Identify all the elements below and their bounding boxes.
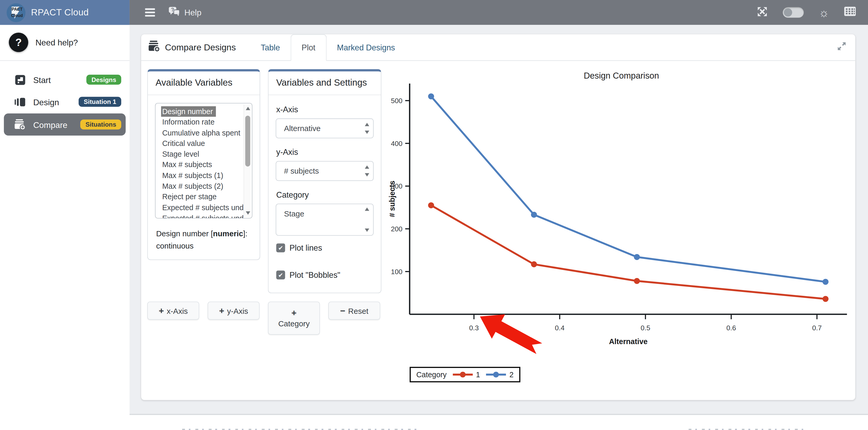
left-controls-group: Available Variables Design numberInforma… [147, 69, 381, 335]
legend-line-red [452, 371, 473, 378]
help-button[interactable]: ? Help [168, 6, 202, 18]
checkbox-checked-icon[interactable]: ✔ [276, 270, 285, 279]
available-variables-title: Available Variables [148, 71, 260, 95]
series-line [431, 205, 826, 299]
data-point [634, 278, 640, 284]
tab-table[interactable]: Table [250, 34, 290, 60]
variable-list-item[interactable]: Reject per stage [159, 192, 244, 202]
series-line [431, 96, 826, 282]
data-point [634, 254, 640, 260]
variables-settings-title: Variables and Settings [269, 71, 381, 95]
plot-lines-label: Plot lines [289, 243, 322, 252]
need-help-row[interactable]: ? Need help? [0, 25, 130, 60]
legend-entry-1: 1 [452, 370, 480, 379]
sidebar-item-compare[interactable]: Compare Situations [4, 113, 126, 135]
y-axis-select[interactable]: # subjects [276, 161, 374, 181]
x-tick-label: 0.3 [469, 324, 479, 332]
data-point [823, 279, 829, 285]
listbox-scrollbar[interactable] [243, 105, 251, 217]
x-axis-title: Alternative [609, 337, 648, 346]
chart-title: Design Comparison [388, 71, 855, 81]
scrollbar-thumb[interactable] [245, 115, 250, 167]
legend-title: Category [416, 370, 447, 379]
sidebar-nav: Start Designs Design Situation 1 [0, 69, 130, 136]
sun-theme-icon[interactable]: ☼ [818, 6, 829, 18]
variable-list-item[interactable]: Expected # subjects under H0 [159, 213, 244, 218]
add-category-button[interactable]: +Category [268, 302, 320, 335]
compare-icon [14, 119, 25, 130]
variable-list-item[interactable]: Max # subjects (1) [159, 170, 244, 181]
variable-list-item[interactable]: Cumulative alpha spent [159, 128, 244, 138]
move-arrows-icon[interactable] [756, 6, 768, 19]
category-value: Stage [284, 209, 304, 218]
plus-icon: + [291, 308, 297, 318]
page-footer [130, 414, 868, 430]
plus-icon: + [219, 306, 224, 316]
variable-list-item[interactable]: Expected # subjects under H1 [159, 202, 244, 213]
spin-up-icon[interactable] [364, 123, 370, 126]
theme-toggle-switch[interactable] [783, 7, 804, 18]
y-axis-value: # subjects [284, 167, 319, 175]
plot-lines-checkbox-row[interactable]: ✔ Plot lines [276, 243, 374, 252]
y-tick-label: 100 [391, 268, 402, 276]
sidebar-header: PACT Cloud RPACT Cloud [0, 0, 130, 25]
compare-designs-card: Compare Designs Table Plot Marked Design… [141, 34, 855, 400]
plot-bobbles-checkbox-row[interactable]: ✔ Plot "Bobbles" [276, 270, 374, 279]
variable-list-item[interactable]: Max # subjects [159, 160, 244, 170]
sidebar-item-design[interactable]: Design Situation 1 [0, 91, 130, 113]
compare-designs-icon [148, 40, 160, 54]
x-tick-label: 0.7 [812, 324, 822, 332]
spin-up-icon[interactable] [364, 166, 370, 169]
variable-list-item[interactable]: Stage level [159, 149, 244, 160]
y-tick-label: 200 [391, 225, 402, 233]
svg-text:Cloud: Cloud [11, 13, 23, 18]
variable-list-item[interactable]: Critical value [159, 138, 244, 149]
y-axis-title: # subjects [388, 181, 396, 217]
sidebar-item-start[interactable]: Start Designs [0, 69, 130, 91]
hamburger-menu-icon[interactable] [145, 8, 155, 16]
variable-list-item[interactable]: Max # subjects (2) [159, 181, 244, 192]
reset-button[interactable]: −Reset [328, 302, 380, 320]
add-x-axis-button[interactable]: +x-Axis [147, 302, 199, 320]
category-label: Category [276, 190, 374, 199]
variable-description: Design number [numeric]: continuous [155, 227, 252, 252]
sidebar-item-label: Compare [33, 120, 67, 129]
x-axis-select[interactable]: Alternative [276, 119, 374, 138]
checkbox-checked-icon[interactable]: ✔ [276, 243, 285, 252]
scroll-down-icon[interactable] [244, 209, 252, 217]
start-icon [14, 74, 25, 85]
data-point [428, 94, 434, 99]
spin-down-icon[interactable] [364, 228, 370, 232]
chart-area: Design Comparison 1002003004005000.30.40… [388, 69, 855, 383]
x-tick-label: 0.5 [641, 324, 650, 332]
data-point [531, 212, 537, 218]
add-y-axis-button[interactable]: +y-Axis [208, 302, 260, 320]
rpact-logo[interactable]: PACT Cloud [6, 3, 25, 22]
data-point [823, 296, 829, 302]
x-tick-label: 0.4 [555, 324, 564, 332]
variables-settings-panel: Variables and Settings x-Axis Alternativ… [268, 69, 381, 293]
data-point [531, 261, 537, 267]
toggle-knob [784, 8, 792, 17]
situations-badge: Situations [81, 120, 121, 130]
spin-up-icon[interactable] [364, 207, 370, 211]
need-help-label: Need help? [35, 38, 78, 47]
grid-table-icon[interactable] [844, 6, 856, 18]
spin-down-icon[interactable] [364, 173, 370, 176]
variable-list-item[interactable]: Information rate [159, 117, 244, 128]
category-select[interactable]: Stage [276, 204, 374, 236]
footer-clipped-text [182, 429, 420, 430]
plus-icon: + [159, 306, 164, 316]
variables-listbox[interactable]: Design numberInformation rateCumulative … [155, 103, 252, 219]
card-tab-bar: Compare Designs Table Plot Marked Design… [141, 34, 855, 61]
spin-down-icon[interactable] [364, 131, 370, 134]
tab-marked-designs[interactable]: Marked Designs [327, 34, 406, 60]
scroll-up-icon[interactable] [244, 105, 252, 112]
tab-plot[interactable]: Plot [290, 34, 327, 61]
sidebar-item-label: Start [33, 75, 51, 84]
help-bubbles-icon: ? [168, 6, 181, 18]
variable-list-item[interactable]: Design number [159, 106, 244, 117]
y-tick-label: 400 [391, 140, 402, 147]
sidebar-divider [0, 60, 130, 61]
expand-card-icon[interactable] [837, 41, 846, 53]
